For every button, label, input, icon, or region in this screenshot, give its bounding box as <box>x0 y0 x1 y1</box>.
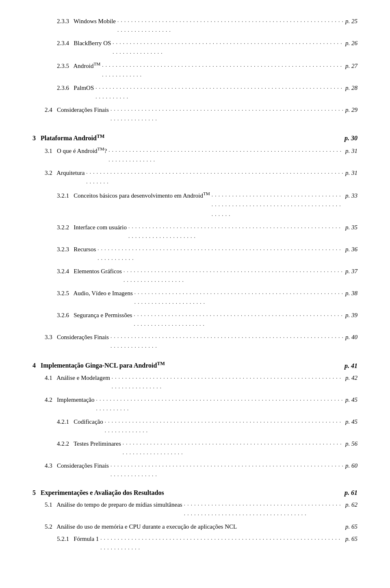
toc-dots-3-2-3 <box>98 243 344 263</box>
toc-label-4-3: 4.3 Considerações Finais <box>45 461 109 470</box>
toc-page-3-1: p. 31 <box>345 146 358 156</box>
toc-page-4-2-2: p. 56 <box>345 439 358 449</box>
toc-page-3-2-1: p. 33 <box>345 191 358 200</box>
toc-page-4-2: p. 45 <box>345 395 358 405</box>
toc-label-2-3-6: 2.3.6 PalmOS <box>57 83 94 93</box>
toc-entry-2-3-6: 2.3.6 PalmOS p. 28 <box>32 83 358 102</box>
toc-dots-2-3-5 <box>102 60 344 79</box>
toc-dots-3-2-2 <box>128 221 344 241</box>
toc-label-4-2-2: 4.2.2 Testes Preliminares <box>57 439 121 449</box>
toc-label-4-2: 4.2 Implementação <box>45 395 94 405</box>
toc-label-3-2: 3.2 Arquitetura <box>45 168 84 178</box>
toc-entry-3-2-5: 3.2.5 Audio, Vídeo e Imagens p. 38 <box>32 288 358 308</box>
toc-page-2-3-4: p. 26 <box>345 38 358 48</box>
toc-entry-5: 5 Experimentações e Avaliação dos Result… <box>32 489 358 497</box>
toc-label-3-2-1: 3.2.1 Conceitos básicos para desenvolvim… <box>57 190 210 200</box>
toc-entry-2-3-4: 2.3.4 BlackBerry OS p. 26 <box>32 38 358 58</box>
toc-entry-4-2-2: 4.2.2 Testes Preliminares p. 56 <box>32 439 358 458</box>
toc-label-3-2-4: 3.2.4 Elementos Gráficos <box>57 266 122 276</box>
toc-dots-5-2-1 <box>100 533 344 552</box>
toc-label-3-2-3: 3.2.3 Recursos <box>57 244 96 254</box>
toc-entry-3-1: 3.1 O que é AndroidTM? p. 31 <box>32 145 358 166</box>
toc-page-2-3-3: p. 25 <box>345 16 358 26</box>
toc-entry-3-3: 3.3 Considerações Finais p. 40 <box>32 332 358 352</box>
toc-page-3-2-3: p. 36 <box>345 244 358 254</box>
toc-dots-5-1 <box>184 499 344 518</box>
toc-entry-5-1: 5.1 Análise do tempo de preparo de mídia… <box>32 500 358 519</box>
toc-page-3: p. 30 <box>344 135 358 142</box>
toc-dots-4-2-1 <box>105 416 344 435</box>
toc-dots-3-1 <box>108 145 344 164</box>
toc-label-4: 4 Implementação Ginga-NCL para AndroidTM <box>32 361 165 369</box>
toc-label-5-2-1: 5.2.1 Fórmula 1 <box>57 534 99 544</box>
toc-dots-4-2 <box>96 394 344 413</box>
toc-dots-3-2-1 <box>212 189 344 219</box>
toc-dots-2-3-4 <box>113 37 344 57</box>
toc-dots-3-2-5 <box>134 287 344 307</box>
toc-dots-3-3 <box>110 331 344 351</box>
toc-label-3-2-5: 3.2.5 Audio, Vídeo e Imagens <box>57 288 133 298</box>
toc-dots-3-2 <box>86 167 344 186</box>
toc-page-2-3-5: p. 27 <box>345 61 358 71</box>
toc-entry-5-2: 5.2 Análise do uso de memória e CPU dura… <box>32 522 358 531</box>
toc-entry-4-1: 4.1 Análise e Modelagem p. 42 <box>32 373 358 392</box>
toc-page-3-2: p. 31 <box>345 168 358 178</box>
toc-page-5-2-1: p. 65 <box>345 534 358 544</box>
toc-label-3: 3 Plataforma AndroidTM <box>32 133 104 142</box>
toc-label-5: 5 Experimentações e Avaliação dos Result… <box>32 489 164 497</box>
toc-page-3-2-2: p. 35 <box>345 222 358 232</box>
toc-page-3-2-4: p. 37 <box>345 266 358 276</box>
toc-entry-3-2-3: 3.2.3 Recursos p. 36 <box>32 244 358 264</box>
toc-entry-4-2: 4.2 Implementação p. 45 <box>32 395 358 414</box>
toc-label-2-3-4: 2.3.4 BlackBerry OS <box>57 38 111 48</box>
toc-label-4-2-1: 4.2.1 Codificação <box>57 417 103 427</box>
toc-label-2-3-5: 2.3.5 AndroidTM <box>57 60 100 71</box>
toc-dots-2-3-6 <box>95 82 344 101</box>
toc-entry-3-2-4: 3.2.4 Elementos Gráficos p. 37 <box>32 266 358 286</box>
toc-page-3-2-6: p. 39 <box>345 310 358 320</box>
toc-dots-2-4 <box>110 104 344 123</box>
toc-entry-5-2-1: 5.2.1 Fórmula 1 p. 65 <box>32 534 358 553</box>
toc-page-2-4: p. 29 <box>345 105 358 115</box>
toc-dots-3-2-6 <box>134 309 344 329</box>
toc-dots-2-3-3 <box>117 15 344 35</box>
toc-entry-3: 3 Plataforma AndroidTM p. 30 <box>32 133 358 142</box>
toc-label-3-2-6: 3.2.6 Segurança e Permissões <box>57 310 132 320</box>
toc-dots-4-3 <box>110 460 344 479</box>
toc-dots-4-2-2 <box>123 438 344 457</box>
toc-label-2-4: 2.4 Considerações Finais <box>45 105 109 115</box>
toc-label-2-3-3: 2.3.3 Windows Mobile <box>57 16 116 26</box>
toc-entry-3-2-2: 3.2.2 Interface com usuário p. 35 <box>32 222 358 242</box>
toc-label-3-3: 3.3 Considerações Finais <box>45 332 109 342</box>
toc-page-3-2-5: p. 38 <box>345 288 358 298</box>
toc-entry-4-3: 4.3 Considerações Finais p. 60 <box>32 461 358 480</box>
table-of-contents: 2.3.3 Windows Mobile p. 25 2.3.4 BlackBe… <box>32 16 358 553</box>
toc-label-3-1: 3.1 O que é AndroidTM? <box>45 145 107 156</box>
toc-label-5-1: 5.1 Análise do tempo de preparo de mídia… <box>45 500 182 510</box>
toc-page-2-3-6: p. 28 <box>345 83 358 93</box>
toc-entry-2-3-3: 2.3.3 Windows Mobile p. 25 <box>32 16 358 36</box>
toc-page-4: p. 41 <box>344 362 358 370</box>
toc-entry-3-2-1: 3.2.1 Conceitos básicos para desenvolvim… <box>32 190 358 220</box>
toc-page-5: p. 61 <box>344 489 358 497</box>
toc-page-3-3: p. 40 <box>345 332 358 342</box>
toc-dots-4-1 <box>112 372 344 391</box>
toc-entry-4: 4 Implementação Ginga-NCL para AndroidTM… <box>32 361 358 369</box>
toc-entry-2-4: 2.4 Considerações Finais p. 29 <box>32 105 358 124</box>
toc-page-5-2: p. 65 <box>345 522 358 531</box>
toc-entry-3-2: 3.2 Arquitetura p. 31 <box>32 168 358 187</box>
toc-entry-4-2-1: 4.2.1 Codificação p. 45 <box>32 417 358 436</box>
toc-entry-2-3-5: 2.3.5 AndroidTM p. 27 <box>32 60 358 81</box>
toc-page-5-1: p. 62 <box>345 500 358 510</box>
toc-page-4-3: p. 60 <box>345 461 358 470</box>
toc-label-3-2-2: 3.2.2 Interface com usuário <box>57 222 127 232</box>
toc-page-4-1: p. 42 <box>345 373 358 383</box>
toc-dots-3-2-4 <box>124 265 344 285</box>
toc-label-4-1: 4.1 Análise e Modelagem <box>45 373 110 383</box>
toc-page-4-2-1: p. 45 <box>345 417 358 427</box>
toc-label-5-2: 5.2 Análise do uso de memória e CPU dura… <box>45 522 342 531</box>
toc-entry-3-2-6: 3.2.6 Segurança e Permissões p. 39 <box>32 310 358 330</box>
